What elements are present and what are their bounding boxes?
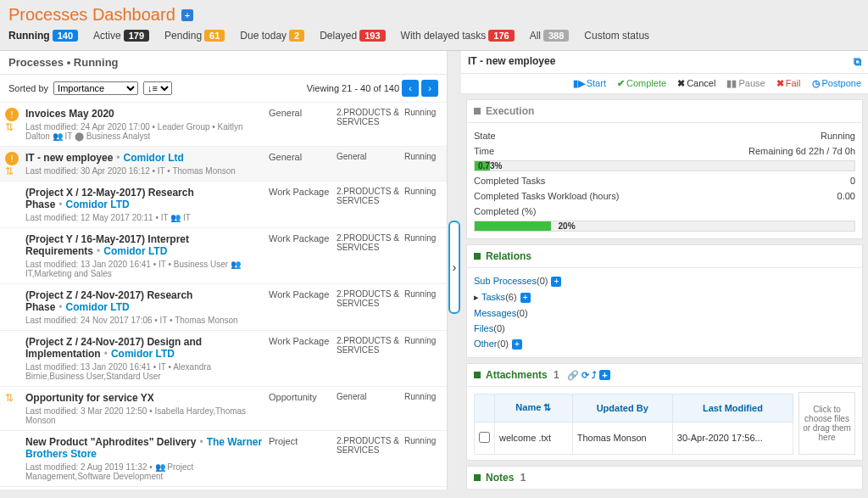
completed-workload-label: Completed Tasks Workload (hours) xyxy=(474,191,619,201)
relation-tasks[interactable]: ▸Tasks(6)+ xyxy=(474,289,855,305)
process-row[interactable]: (Project Y / 16-May-2017) Interpret Requ… xyxy=(0,228,447,284)
sort-icon[interactable]: ⇅ xyxy=(5,165,14,177)
row-meta: Last modified: 24 Nov 2017 17:06 • IT • … xyxy=(25,316,269,325)
row-state: Running xyxy=(404,233,440,278)
detail-panel: IT - new employee ⧉ ▮▶Start ✔Complete ✖C… xyxy=(461,51,868,490)
row-type: Project xyxy=(269,436,337,481)
notes-heading: Notes xyxy=(486,472,514,484)
tab-due-today[interactable]: Due today2 xyxy=(240,30,304,42)
complete-button[interactable]: ✔Complete xyxy=(617,78,666,89)
row-meta: Last modified: 13 Jan 2020 16:41 • IT • … xyxy=(25,260,269,278)
add-icon[interactable]: + xyxy=(551,277,561,287)
time-progress-bar: 0.73% xyxy=(474,160,855,171)
row-category: 2.PRODUCTS & SERVICES xyxy=(337,233,404,278)
viewing-label: Viewing 21 - 40 of 140 xyxy=(307,83,399,93)
row-category: General xyxy=(337,392,404,425)
notes-section: Notes 1 xyxy=(466,466,863,490)
process-row[interactable]: !⇅Invoices May 2020Last modified: 24 Apr… xyxy=(0,103,447,147)
completed-tasks-label: Completed Tasks xyxy=(474,176,545,186)
row-category: General xyxy=(337,152,404,176)
process-row[interactable]: (Project Z / 24-Nov-2017) Design and Imp… xyxy=(0,331,447,387)
process-row[interactable]: (Project Z / 24-Nov-2017) Research Phase… xyxy=(0,284,447,331)
process-row[interactable]: !⇅IT - new employee•Comidor LtdLast modi… xyxy=(0,147,447,182)
process-row[interactable]: ⇅Opportunity for service YXLast modified… xyxy=(0,387,447,431)
attachments-count: 1 xyxy=(554,369,559,381)
row-state: Running xyxy=(404,187,440,222)
row-category: 2.PRODUCTS & SERVICES xyxy=(337,187,404,222)
col-updated-by[interactable]: Updated By xyxy=(572,394,672,422)
tab-active[interactable]: Active179 xyxy=(93,30,149,42)
row-category: 2.PRODUCTS & SERVICES xyxy=(337,289,404,325)
row-state: Running xyxy=(404,108,440,141)
process-row[interactable]: New Product "Aphrodites" Delivery•The Wa… xyxy=(0,431,447,487)
row-meta: Last modified: 12 May 2017 20:11 • IT 👥 … xyxy=(25,213,269,222)
fail-button[interactable]: ✖Fail xyxy=(776,78,801,89)
org-link[interactable]: Comidor LTD xyxy=(103,245,167,257)
sort-icon[interactable]: ⇅ xyxy=(5,121,14,133)
attachment-dropzone[interactable]: Click to choose files or drag them here xyxy=(798,392,855,455)
attachment-row[interactable]: welcome .txt Thomas Monson 30-Apr-2020 1… xyxy=(475,422,793,454)
add-dashboard-icon[interactable]: + xyxy=(181,9,193,21)
pause-button[interactable]: ▮▮Pause xyxy=(726,78,765,89)
relation-messages[interactable]: Messages(0) xyxy=(474,305,855,321)
tab-custom-status[interactable]: Custom status xyxy=(584,30,649,42)
sort-field-select[interactable]: Importance xyxy=(53,81,138,95)
detail-title: IT - new employee xyxy=(468,55,555,69)
process-row[interactable]: Training on GDPR•Comidor LTDLast modifie… xyxy=(0,487,447,490)
row-type: General xyxy=(269,152,337,176)
splitter-handle[interactable]: › xyxy=(448,221,460,314)
postpone-button[interactable]: ◷Postpone xyxy=(812,78,861,89)
attachment-modified: 30-Apr-2020 17:56... xyxy=(672,422,793,454)
org-link[interactable]: Comidor LTD xyxy=(66,199,130,210)
state-label: State xyxy=(474,131,496,141)
add-attachment-icon[interactable]: + xyxy=(599,370,609,380)
start-button[interactable]: ▮▶Start xyxy=(573,78,606,89)
time-label: Time xyxy=(474,146,494,156)
tab-pending[interactable]: Pending61 xyxy=(164,30,225,42)
row-state: Running xyxy=(404,392,440,425)
tab-all[interactable]: All388 xyxy=(530,30,570,42)
state-value: Running xyxy=(821,131,855,141)
status-tabs: Running140Active179Pending61Due today2De… xyxy=(0,26,868,51)
attachment-checkbox[interactable] xyxy=(479,432,490,443)
row-state: Running xyxy=(404,152,440,176)
tab-delayed[interactable]: Delayed193 xyxy=(320,30,385,42)
sort-icon[interactable]: ⇅ xyxy=(5,392,14,404)
add-icon[interactable]: + xyxy=(520,293,531,303)
process-row[interactable]: (Project X / 12-May-2017) Research Phase… xyxy=(0,182,447,228)
popout-icon[interactable]: ⧉ xyxy=(854,55,861,69)
org-link[interactable]: Comidor LTD xyxy=(111,348,175,360)
col-last-modified[interactable]: Last Modified xyxy=(672,394,793,422)
cancel-button[interactable]: ✖Cancel xyxy=(677,78,715,89)
upload-icon[interactable]: ⤴ xyxy=(592,370,597,380)
link-icon[interactable]: 🔗 xyxy=(567,370,579,380)
tab-running[interactable]: Running140 xyxy=(8,30,78,42)
row-type: Work Package xyxy=(269,289,337,325)
splitter[interactable]: › xyxy=(448,51,461,490)
completed-pct-label: Completed (%) xyxy=(474,206,536,216)
sort-direction-select[interactable]: ↓≡ xyxy=(143,81,172,95)
row-type: Work Package xyxy=(269,336,337,381)
add-icon[interactable]: + xyxy=(512,339,522,350)
tab-with-delayed-tasks[interactable]: With delayed tasks176 xyxy=(401,30,515,42)
relation-other[interactable]: Other(0)+ xyxy=(474,336,855,352)
relation-files[interactable]: Files(0) xyxy=(474,321,855,336)
row-category: 2.PRODUCTS & SERVICES xyxy=(337,436,404,481)
refresh-icon[interactable]: ⟳ xyxy=(581,370,589,380)
next-page-button[interactable]: › xyxy=(421,80,438,97)
relation-sub-processes[interactable]: Sub Processes(0)+ xyxy=(474,273,855,289)
prev-page-button[interactable]: ‹ xyxy=(402,80,419,97)
row-state: Running xyxy=(404,436,440,481)
org-link[interactable]: Comidor LTD xyxy=(66,301,130,313)
list-toolbar: Sorted by Importance ↓≡ Viewing 21 - 40 … xyxy=(0,75,447,103)
detail-actions: ▮▶Start ✔Complete ✖Cancel ▮▮Pause ✖Fail … xyxy=(461,74,868,94)
priority-icon: ! xyxy=(5,152,19,165)
attach-checkbox-header[interactable] xyxy=(475,394,495,422)
row-state: Running xyxy=(404,289,440,325)
relations-section: Relations Sub Processes(0)+▸Tasks(6)+Mes… xyxy=(466,244,863,358)
col-name[interactable]: Name ⇅ xyxy=(495,394,573,422)
relations-heading: Relations xyxy=(486,250,531,262)
completed-workload-value: 0.00 xyxy=(837,191,855,201)
processes-list-panel: Processes • Running Sorted by Importance… xyxy=(0,51,448,490)
org-link[interactable]: Comidor Ltd xyxy=(124,152,184,164)
